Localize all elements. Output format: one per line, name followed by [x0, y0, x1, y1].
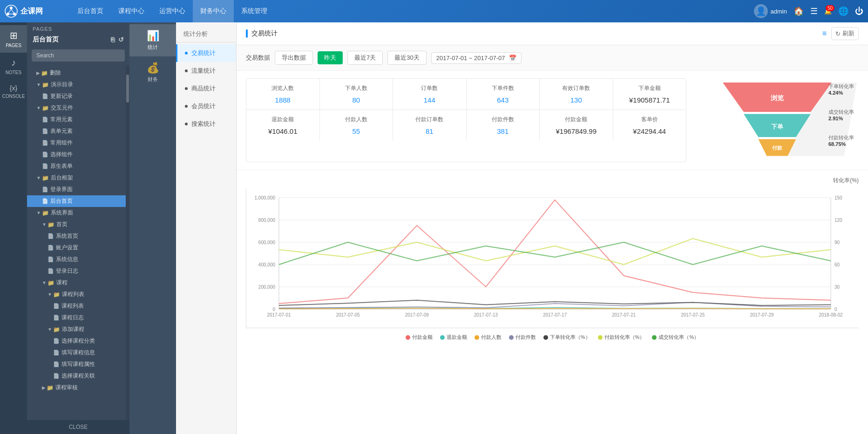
tree-item-system-home[interactable]: 📄 系统首页	[27, 230, 126, 242]
nav-dot	[185, 87, 188, 90]
tree-item-course-log[interactable]: 📄 课程日志	[27, 312, 126, 324]
sidebar-item-console[interactable]: {x} CONSOLE	[0, 80, 27, 103]
sub-nav-item-product[interactable]: 商品统计	[176, 80, 236, 97]
stats-sidebar-item-stats[interactable]: 📊 统计	[129, 24, 176, 56]
tree-item-login-page[interactable]: 📄 登录界面	[27, 184, 126, 195]
user-info[interactable]: 👤 admin	[754, 4, 787, 18]
filter-bar: 交易数据 导出数据 昨天 最近7天 最近30天 2017-07-01 ~ 201…	[237, 45, 868, 71]
funnel-chart: 浏览 下单 付款 下单转化率 4.24%	[696, 78, 859, 162]
tree-item-fill-course-info[interactable]: 📄 填写课程信息	[27, 347, 126, 358]
tree-item-form-elements[interactable]: 📄 表单元素	[27, 125, 126, 137]
refresh-button[interactable]: ↻ 刷新	[831, 27, 859, 40]
tree-item-interaction[interactable]: ▼ 📁 交互元件	[27, 102, 126, 114]
main-content: 交易统计 ≡ ↻ 刷新 交易数据 导出数据 昨天 最近7天 最近30天	[237, 22, 868, 434]
tree-item-course-list[interactable]: 📄 课程列表	[27, 300, 126, 312]
tree-item-common-components[interactable]: 📄 常用组件	[27, 137, 126, 149]
cell-order-people: 下单人数 80	[320, 79, 393, 110]
tree-item-course-review[interactable]: ▶ 📁 课程审核	[27, 382, 126, 393]
svg-point-1	[10, 7, 13, 9]
pages-icon: ⊞	[10, 30, 18, 41]
stats-sidebar: 📊 统计 💰 财务	[129, 22, 176, 434]
power-icon[interactable]: ⏻	[855, 7, 863, 16]
tree-item-demo[interactable]: ▼ 📁 演示目录	[27, 79, 126, 90]
tree-item-native-form[interactable]: 📄 原生表单	[27, 160, 126, 172]
tree-item-system-info[interactable]: 📄 系统信息	[27, 254, 126, 265]
right-actions: 👤 admin 🏠 ☰ 🔔 50 🌐 ⏻	[754, 4, 863, 18]
finance-icon: 💰	[147, 62, 159, 74]
tree-item-backend-frame[interactable]: ▼ 📁 后台框架	[27, 172, 126, 184]
stats-row-1: 浏览人数 1888 下单人数 80 订单数 144 下单件数	[246, 79, 686, 110]
tree-item-add-course[interactable]: ▼ 📁 添加课程	[27, 324, 126, 335]
pages-header: PAGES	[27, 22, 129, 34]
icon-sidebar: ⊞ PAGES ♪ NOTES {x} CONSOLE	[0, 22, 27, 434]
nav-system[interactable]: 系统管理	[234, 0, 275, 22]
nav-home[interactable]: 后台首页	[70, 0, 111, 22]
sub-nav-item-search[interactable]: 搜索统计	[176, 115, 236, 133]
pages-title-actions[interactable]: ⎘ ↺	[111, 36, 124, 43]
stats-table: 浏览人数 1888 下单人数 80 订单数 144 下单件数	[246, 78, 686, 162]
rate-deal: 成交转化率 2.91%	[828, 109, 854, 121]
home-icon[interactable]: 🏠	[793, 6, 804, 16]
chart-legend: 付款金额 退款金额 付款人数 付款件数	[246, 334, 859, 341]
tree-item-account-settings[interactable]: 📄 账户设置	[27, 242, 126, 254]
refresh-icon: ↻	[835, 30, 841, 37]
sub-nav-item-transaction[interactable]: 交易统计	[176, 44, 236, 62]
close-footer[interactable]: CLOSE	[27, 420, 129, 434]
cell-pay-orders: 付款订单数 81	[393, 110, 467, 141]
menu-icon[interactable]: ☰	[810, 6, 818, 16]
tree-item-select-components[interactable]: 📄 选择组件	[27, 149, 126, 160]
legend-order-rate: 下单转化率（%）	[543, 334, 590, 341]
active-dot	[185, 52, 188, 55]
tree-item-home[interactable]: ▼ 📁 首页	[27, 219, 126, 230]
cell-orders: 订单数 144	[393, 79, 467, 110]
nav-finance[interactable]: 财务中心	[193, 0, 234, 22]
nav-dot	[185, 105, 188, 108]
grid-icon[interactable]: ≡	[822, 29, 827, 38]
sidebar-item-notes[interactable]: ♪ NOTES	[0, 53, 27, 80]
cell-valid-orders: 有效订单数 130	[540, 79, 613, 110]
tree-item-delete[interactable]: ▶ 📁 删除	[27, 67, 126, 79]
chart-bar-icon: 📊	[147, 30, 159, 42]
settings-icon[interactable]: 🌐	[838, 6, 848, 16]
sub-nav-item-member[interactable]: 会员统计	[176, 97, 236, 115]
cell-browse: 浏览人数 1888	[246, 79, 320, 110]
cell-refund: 退款金额 ¥1046.01	[246, 110, 320, 141]
settings-page-icon[interactable]: ↺	[118, 36, 124, 43]
tree-item-select-course-rel[interactable]: 📄 选择课程关联	[27, 370, 126, 382]
nav-course[interactable]: 课程中心	[111, 0, 152, 22]
stats-sidebar-item-finance[interactable]: 💰 财务	[129, 56, 176, 89]
last30d-button[interactable]: 最近30天	[387, 51, 426, 65]
tree-scrollbar[interactable]	[126, 65, 129, 420]
avatar: 👤	[754, 4, 768, 18]
legend-pay-items: 付款件数	[509, 334, 536, 341]
chart-wrapper	[246, 188, 859, 328]
svg-line-5	[11, 9, 14, 13]
nav-operation[interactable]: 运营中心	[152, 0, 193, 22]
cell-pay-items: 付款件数 381	[467, 110, 540, 141]
tree-item-backend-home[interactable]: 📄 后台首页	[27, 195, 126, 207]
last7d-button[interactable]: 最近7天	[347, 51, 383, 65]
cell-order-amount: 下单金额 ¥1905871.71	[613, 79, 686, 110]
tree-item-fill-course-attr[interactable]: 📄 填写课程属性	[27, 358, 126, 370]
tree-item-update[interactable]: 📄 更新记录	[27, 90, 126, 102]
tree-item-select-category[interactable]: 📄 选择课程分类	[27, 335, 126, 347]
tree-item-course-list-folder[interactable]: ▼ 📁 课程列表	[27, 289, 126, 300]
sidebar-item-pages[interactable]: ⊞ PAGES	[0, 25, 27, 53]
share-icon[interactable]: ⎘	[111, 36, 115, 43]
search-input[interactable]: Search	[32, 49, 125, 62]
export-button[interactable]: 导出数据	[275, 51, 313, 65]
tree-item-common-elements[interactable]: 📄 常用元素	[27, 114, 126, 125]
cell-order-items: 下单件数 643	[467, 79, 540, 110]
page-title: 交易统计	[251, 29, 278, 38]
tree-item-system-ui[interactable]: ▼ 📁 系统界面	[27, 207, 126, 219]
legend-pay-people: 付款人数	[475, 334, 502, 341]
date-range-picker[interactable]: 2017-07-01 ~ 2017-07-07 📅	[431, 52, 522, 64]
logo[interactable]: 企课网	[5, 5, 61, 18]
sub-nav-item-traffic[interactable]: 流量统计	[176, 62, 236, 80]
tree-item-login-log[interactable]: 📄 登录日志	[27, 265, 126, 277]
stats-row-2: 退款金额 ¥1046.01 付款人数 55 付款订单数 81 付款件数	[246, 110, 686, 141]
notification-bell[interactable]: 🔔 50	[824, 8, 832, 15]
pages-tree: ▶ 📁 删除 ▼ 📁 演示目录 📄 更新记录	[27, 65, 126, 420]
tree-item-course[interactable]: ▼ 📁 课程	[27, 277, 126, 289]
yesterday-button[interactable]: 昨天	[318, 51, 343, 64]
